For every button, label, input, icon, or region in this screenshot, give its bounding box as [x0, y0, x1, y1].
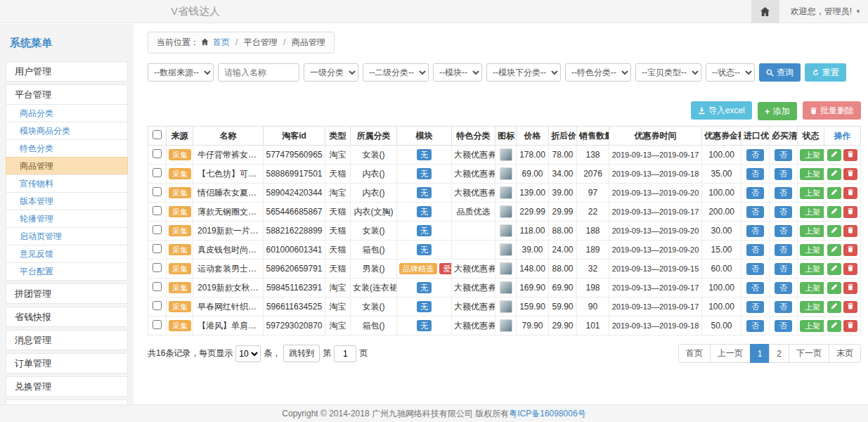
- delete-button[interactable]: [843, 168, 857, 180]
- sidebar-item[interactable]: 商品管理: [6, 157, 128, 175]
- row-checkbox[interactable]: [153, 282, 162, 291]
- row-checkbox[interactable]: [153, 225, 162, 234]
- row-checkbox[interactable]: [153, 320, 162, 329]
- must-buy-toggle[interactable]: 否: [775, 168, 792, 180]
- delete-button[interactable]: [843, 225, 857, 237]
- page-number-button[interactable]: 2: [769, 344, 789, 363]
- page-next-button[interactable]: 下一页: [789, 344, 829, 363]
- must-buy-toggle[interactable]: 否: [775, 149, 792, 161]
- import-select-toggle[interactable]: 否: [746, 244, 764, 256]
- per-page-select[interactable]: 10: [235, 345, 261, 362]
- sidebar-item[interactable]: 商品分类: [6, 104, 128, 122]
- row-checkbox[interactable]: [153, 168, 162, 177]
- jump-button[interactable]: 跳转到: [283, 345, 320, 362]
- edit-button[interactable]: [827, 225, 841, 237]
- status-button[interactable]: 上架: [800, 320, 824, 332]
- must-buy-toggle[interactable]: 否: [775, 263, 792, 275]
- sidebar-item[interactable]: 轮播管理: [6, 210, 128, 228]
- import-select-toggle[interactable]: 否: [746, 263, 764, 275]
- add-button[interactable]: + 添加: [758, 102, 797, 120]
- jump-page-input[interactable]: [334, 345, 356, 362]
- sidebar-item[interactable]: 版本管理: [6, 192, 128, 210]
- status-button[interactable]: 上架: [800, 282, 824, 294]
- must-buy-toggle[interactable]: 否: [775, 320, 792, 332]
- must-buy-toggle[interactable]: 否: [775, 206, 792, 218]
- sidebar-item[interactable]: 意见反馈: [6, 245, 128, 263]
- must-buy-toggle[interactable]: 否: [775, 282, 792, 294]
- filter-select[interactable]: --模块下分类--: [486, 63, 561, 82]
- status-button[interactable]: 上架: [800, 263, 824, 275]
- sidebar-item[interactable]: 兑换管理: [6, 376, 128, 397]
- status-button[interactable]: 上架: [800, 168, 824, 180]
- page-first-button[interactable]: 首页: [678, 344, 711, 363]
- delete-button[interactable]: [843, 320, 857, 332]
- status-button[interactable]: 上架: [800, 225, 824, 237]
- delete-button[interactable]: [843, 187, 857, 199]
- delete-button[interactable]: [843, 244, 857, 256]
- edit-button[interactable]: [827, 206, 841, 218]
- import-select-toggle[interactable]: 否: [746, 301, 764, 313]
- breadcrumb-home-link[interactable]: 首页: [213, 37, 230, 47]
- sidebar-item[interactable]: 模块商品分类: [6, 122, 128, 140]
- delete-button[interactable]: [843, 301, 857, 313]
- sidebar-item[interactable]: [6, 399, 128, 404]
- import-select-toggle[interactable]: 否: [746, 168, 764, 180]
- delete-button[interactable]: [843, 263, 857, 275]
- edit-button[interactable]: [827, 282, 841, 294]
- delete-button[interactable]: [843, 149, 857, 161]
- import-select-toggle[interactable]: 否: [746, 187, 764, 199]
- sidebar-item[interactable]: 平台配置: [6, 262, 128, 281]
- page-number-button[interactable]: 1: [750, 344, 770, 363]
- sidebar-item[interactable]: 消息管理: [6, 330, 128, 350]
- page-prev-button[interactable]: 上一页: [710, 344, 751, 363]
- status-button[interactable]: 上架: [800, 301, 824, 313]
- select-all-checkbox[interactable]: [153, 130, 162, 139]
- import-select-toggle[interactable]: 否: [746, 320, 764, 332]
- status-button[interactable]: 上架: [800, 149, 824, 161]
- must-buy-toggle[interactable]: 否: [775, 225, 792, 237]
- sidebar-item[interactable]: 启动页管理: [6, 227, 128, 245]
- filter-select[interactable]: --状态--: [706, 63, 755, 82]
- delete-button[interactable]: [843, 282, 857, 294]
- row-checkbox[interactable]: [153, 187, 162, 196]
- import-select-toggle[interactable]: 否: [746, 282, 764, 294]
- row-checkbox[interactable]: [153, 301, 162, 310]
- import-select-toggle[interactable]: 否: [746, 225, 764, 237]
- name-search-input[interactable]: [218, 63, 299, 82]
- row-checkbox[interactable]: [153, 149, 162, 158]
- edit-button[interactable]: [827, 187, 841, 199]
- filter-select[interactable]: --特色分类--: [565, 63, 631, 82]
- delete-button[interactable]: [843, 206, 857, 218]
- sidebar-item[interactable]: 用户管理: [6, 61, 128, 82]
- home-button[interactable]: [751, 0, 779, 23]
- edit-button[interactable]: [827, 263, 841, 275]
- edit-button[interactable]: [827, 244, 841, 256]
- must-buy-toggle[interactable]: 否: [775, 244, 792, 256]
- reset-button[interactable]: 重置: [805, 63, 846, 82]
- filter-select[interactable]: 一级分类: [304, 63, 358, 82]
- import-select-toggle[interactable]: 否: [746, 149, 764, 161]
- edit-button[interactable]: [827, 149, 841, 161]
- filter-select[interactable]: --二级分类--: [363, 63, 429, 82]
- page-last-button[interactable]: 末页: [829, 344, 861, 363]
- must-buy-toggle[interactable]: 否: [775, 301, 792, 313]
- row-checkbox[interactable]: [153, 263, 162, 272]
- must-buy-toggle[interactable]: 否: [775, 187, 792, 199]
- sidebar-item[interactable]: 拼团管理: [6, 283, 128, 304]
- sidebar-item[interactable]: 宣传物料: [6, 174, 128, 193]
- filter-select[interactable]: --模块--: [433, 63, 482, 82]
- sidebar-item[interactable]: 订单管理: [6, 353, 128, 373]
- import-excel-button[interactable]: 导入excel: [691, 101, 752, 120]
- icp-link[interactable]: 粤ICP备16098006号: [509, 409, 585, 418]
- filter-select[interactable]: --宝贝类型--: [635, 63, 701, 82]
- edit-button[interactable]: [827, 168, 841, 180]
- status-button[interactable]: 上架: [800, 206, 824, 218]
- batch-delete-button[interactable]: 批量删除: [803, 101, 861, 120]
- filter-select[interactable]: --数据来源--: [148, 63, 214, 82]
- sidebar-item[interactable]: 省钱快报: [6, 307, 128, 327]
- status-button[interactable]: 上架: [800, 187, 824, 199]
- status-button[interactable]: 上架: [800, 244, 824, 256]
- row-checkbox[interactable]: [153, 244, 162, 253]
- user-menu[interactable]: 欢迎您，管理员! ▼: [791, 6, 861, 18]
- search-button[interactable]: 查询: [759, 63, 801, 82]
